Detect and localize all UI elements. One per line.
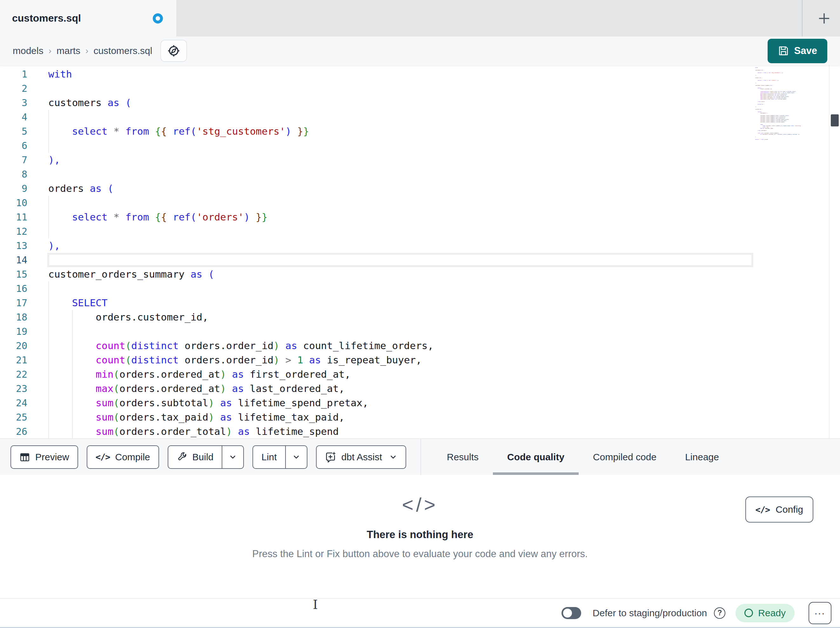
empty-state: </> There is nothing here Press the Lint… — [0, 493, 840, 560]
code-line[interactable]: 1with — [0, 67, 840, 81]
chevron-down-icon — [389, 453, 397, 461]
preview-button[interactable]: Preview — [11, 445, 78, 469]
line-number: 20 — [0, 339, 27, 353]
new-tab-button[interactable] — [808, 0, 840, 36]
code-line[interactable]: 15customer_orders_summary as ( — [0, 267, 840, 282]
code-line[interactable]: 25 sum(orders.tax_paid) as lifetime_tax_… — [0, 410, 840, 424]
ide-status-badge[interactable]: Ready — [736, 604, 794, 622]
panel-tab-lineage[interactable]: Lineage — [671, 439, 733, 475]
code-line[interactable]: 11 select * from {{ ref('orders') }} — [0, 210, 840, 224]
code-line-text: sum(orders.tax_paid) as lifetime_tax_pai… — [48, 410, 344, 424]
unsaved-changes-dot-icon — [153, 13, 163, 24]
file-tab-customers-sql[interactable]: customers.sql — [0, 0, 176, 36]
build-split-button: Build — [168, 445, 244, 469]
compile-button[interactable]: </> Compile — [87, 445, 159, 469]
chevron-down-icon — [229, 453, 237, 461]
lint-dropdown-button[interactable] — [286, 446, 307, 468]
breadcrumb-models[interactable]: models — [13, 46, 44, 56]
code-line[interactable]: 3customers as ( — [0, 96, 840, 110]
code-brackets-icon: </> — [402, 493, 438, 516]
code-line[interactable]: 2 — [0, 81, 840, 96]
code-line-text: max(orders.ordered_at) as last_ordered_a… — [48, 381, 344, 396]
save-floppy-icon — [778, 45, 789, 57]
line-number: 12 — [0, 224, 27, 239]
code-line[interactable]: 20 count(distinct orders.order_id) as co… — [0, 339, 840, 353]
ellipsis-icon: ... — [815, 611, 826, 615]
file-tab-title: customers.sql — [12, 13, 81, 24]
editor-tab-strip: customers.sql — [0, 0, 840, 36]
code-line-text: select * from {{ ref('orders') }} — [48, 210, 268, 224]
panel-tab-results[interactable]: Results — [433, 439, 493, 475]
lint-button[interactable]: Lint — [253, 446, 285, 468]
indent-guide — [72, 324, 73, 339]
scrollbar-thumb[interactable] — [831, 114, 839, 127]
breadcrumb-customers-sql[interactable]: customers.sql — [93, 46, 152, 56]
code-line-text: count(distinct orders.order_id) as count… — [48, 339, 434, 353]
dbt-assist-button[interactable]: dbt Assist — [316, 445, 406, 469]
line-number: 19 — [0, 324, 27, 339]
code-line[interactable]: 7), — [0, 153, 840, 167]
code-line[interactable]: 5 select * from {{ ref('stg_customers') … — [0, 124, 840, 139]
code-quality-panel: </> Config </> There is nothing here Pre… — [0, 475, 840, 598]
code-line-text: ), — [48, 153, 60, 167]
code-line-text: sum(orders.order_total) as lifetime_spen… — [48, 424, 339, 438]
text-cursor: I — [313, 597, 318, 612]
code-line-text: customer_orders_summary as ( — [48, 267, 214, 282]
preview-button-label: Preview — [35, 452, 69, 462]
code-line[interactable]: 9orders as ( — [0, 181, 840, 196]
code-line[interactable]: 6 — [0, 139, 840, 153]
code-line[interactable]: 19 — [0, 324, 840, 339]
defer-toggle[interactable] — [562, 607, 581, 619]
save-button-label: Save — [794, 45, 817, 57]
status-badge-label: Ready — [758, 607, 786, 619]
code-line[interactable]: 10 — [0, 196, 840, 210]
file-path-bar: models › marts › customers.sql Save — [0, 36, 840, 65]
code-line[interactable]: 22 min(orders.ordered_at) as first_order… — [0, 367, 840, 381]
line-number: 4 — [0, 110, 27, 124]
wrench-icon — [177, 452, 187, 462]
editor-toolbar: Preview </> Compile Build — [0, 438, 840, 475]
code-line[interactable]: 14 — [0, 253, 840, 267]
navigate-compass-button[interactable] — [160, 40, 187, 62]
plus-icon — [817, 11, 831, 25]
lint-split-button: Lint — [253, 445, 307, 469]
line-number: 6 — [0, 139, 27, 153]
code-line[interactable]: 4 — [0, 110, 840, 124]
code-line[interactable]: 12 — [0, 224, 840, 239]
build-dropdown-button[interactable] — [222, 446, 243, 468]
indent-guide — [48, 110, 49, 124]
more-options-button[interactable]: ... — [808, 602, 831, 624]
code-line-text: orders.customer_id, — [48, 310, 208, 324]
line-number: 23 — [0, 381, 27, 396]
code-line[interactable]: 23 max(orders.ordered_at) as last_ordere… — [0, 381, 840, 396]
code-line[interactable]: 18 orders.customer_id, — [0, 310, 840, 324]
save-button[interactable]: Save — [767, 39, 827, 63]
code-line-text: min(orders.ordered_at) as first_ordered_… — [48, 367, 351, 381]
code-line-text: orders as ( — [48, 181, 114, 196]
sql-code-editor[interactable]: 1with23customers as (45 select * from {{… — [0, 65, 840, 438]
build-button[interactable]: Build — [168, 446, 222, 468]
compass-icon — [167, 44, 180, 57]
code-line[interactable]: 26 sum(orders.order_total) as lifetime_s… — [0, 424, 840, 438]
editor-minimap[interactable]: with customers as ( select * from {{ ref… — [755, 67, 827, 141]
breadcrumb-separator: › — [49, 46, 51, 56]
compile-button-label: Compile — [115, 452, 150, 462]
line-number: 26 — [0, 424, 27, 438]
line-number: 16 — [0, 282, 27, 296]
scrollbar-gutter — [829, 65, 829, 438]
panel-tab-code-quality[interactable]: Code quality — [493, 439, 579, 475]
line-number: 9 — [0, 181, 27, 196]
code-line[interactable]: 21 count(distinct orders.order_id) > 1 a… — [0, 353, 840, 367]
breadcrumb-marts[interactable]: marts — [57, 46, 81, 56]
code-line[interactable]: 24 sum(orders.subtotal) as lifetime_spen… — [0, 396, 840, 410]
result-panel-tabs: ResultsCode qualityCompiled codeLineage — [421, 439, 840, 475]
code-line[interactable]: 13), — [0, 239, 840, 253]
panel-tab-compiled-code[interactable]: Compiled code — [579, 439, 671, 475]
empty-state-title: There is nothing here — [367, 528, 474, 541]
indent-guide — [48, 196, 49, 210]
help-icon[interactable]: ? — [714, 607, 725, 619]
code-line[interactable]: 17 SELECT — [0, 296, 840, 310]
code-line[interactable]: 16 — [0, 282, 840, 296]
code-line[interactable]: 8 — [0, 167, 840, 181]
status-ring-icon — [744, 609, 753, 617]
